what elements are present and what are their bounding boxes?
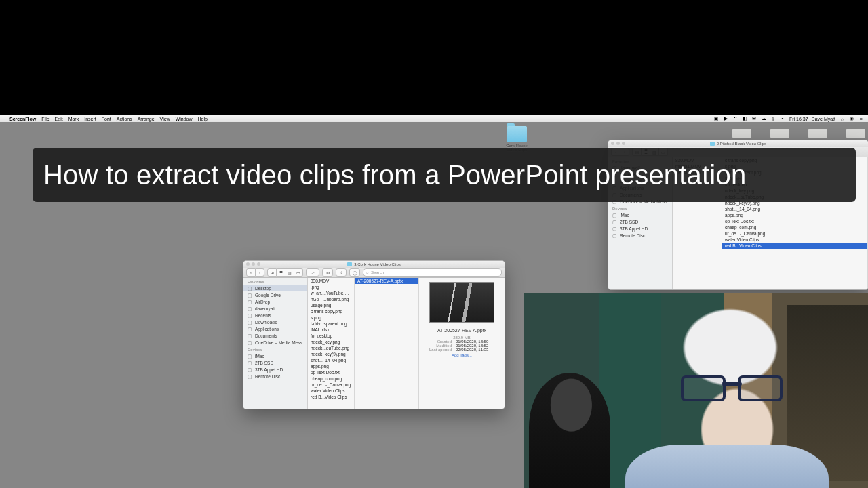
file-row[interactable]: ndeck_key(9).png xyxy=(308,351,354,357)
sidebar-item[interactable]: ▢iMac xyxy=(243,352,307,359)
nav-back-button[interactable]: ‹ xyxy=(246,268,256,277)
window-controls[interactable] xyxy=(246,262,260,266)
file-row[interactable]: ur_de...-_Canva.png xyxy=(308,382,354,388)
view-column-button[interactable]: ▥ xyxy=(285,268,294,277)
menu-extra-icon[interactable]: ⠿ xyxy=(732,116,738,122)
menubar-user[interactable]: Dave Myatt xyxy=(812,117,835,121)
file-row[interactable]: ndeck_key.png xyxy=(308,339,354,345)
menubar-clock[interactable]: Fri 16:37 xyxy=(789,117,808,121)
menu-window[interactable]: Window xyxy=(176,117,193,121)
file-row[interactable]: ndeck...ouTube.png xyxy=(308,345,354,351)
sidebar-item[interactable]: ▢Documents xyxy=(243,332,307,339)
file-row[interactable]: apps.png xyxy=(722,212,867,218)
sidebar-item[interactable]: ▢OneDrive – Media Mess... xyxy=(243,339,307,346)
file-row[interactable]: t-driv...sparent.png xyxy=(308,321,354,327)
share-button[interactable]: ⇪ xyxy=(336,268,347,277)
file-row[interactable]: op Text Doc.txt xyxy=(722,218,867,224)
sidebar-item[interactable]: ▢iMac xyxy=(608,211,672,218)
menu-font[interactable]: Font xyxy=(102,117,111,121)
menu-mark[interactable]: Mark xyxy=(68,117,79,121)
menu-extra-icon[interactable]: ◧ xyxy=(742,116,748,122)
sidebar-item[interactable]: ▢Google Drive xyxy=(243,291,307,298)
finder-window-main[interactable]: 3 Cork House Video Clips ‹› ⊞ ≣ ▥ ▭ ⤢ ⚙ … xyxy=(243,260,505,409)
preview-thumbnail xyxy=(429,282,494,323)
file-row[interactable]: red B...Video Clips xyxy=(722,243,867,249)
desktop-item[interactable] xyxy=(846,129,865,138)
sidebar-item[interactable]: ▢Desktop xyxy=(243,285,307,291)
sidebar-item[interactable]: ▢2TB SSD xyxy=(608,218,672,225)
menu-extra-icon[interactable]: ▶ xyxy=(723,116,729,122)
desktop-item[interactable] xyxy=(770,129,789,138)
view-gallery-button[interactable]: ▭ xyxy=(294,268,303,277)
sidebar-item[interactable]: ▢Applications xyxy=(243,325,307,332)
file-row[interactable]: water Video Clips xyxy=(308,388,354,394)
sidebar-item-label: 3TB Appel HD xyxy=(620,226,648,231)
menu-insert[interactable]: Insert xyxy=(84,117,96,121)
sidebar-item[interactable]: ▢Remote Disc xyxy=(608,232,672,239)
menu-extra-icon[interactable]: ☁ xyxy=(761,116,767,122)
sidebar-item[interactable]: ▢davemyatt xyxy=(243,305,307,312)
desktop-item[interactable] xyxy=(808,129,827,138)
nav-forward-button[interactable]: › xyxy=(256,268,264,277)
file-row[interactable]: usage.png xyxy=(308,302,354,308)
file-row[interactable]: hGo_-...hboard.png xyxy=(308,296,354,302)
file-row[interactable]: s.png xyxy=(308,314,354,321)
sidebar-item[interactable]: ▢3TB Appel HD xyxy=(243,366,307,373)
menu-help[interactable]: Help xyxy=(198,117,208,121)
menu-arrange[interactable]: Arrange xyxy=(138,117,155,121)
search-field[interactable]: ⌕Search xyxy=(363,268,502,277)
file-row[interactable]: .png xyxy=(308,284,354,290)
menu-extra-icon[interactable]: ▣ xyxy=(713,116,719,122)
wifi-icon[interactable]: ⚬ xyxy=(780,116,786,122)
file-row[interactable]: 830.MOV xyxy=(308,278,354,284)
file-row[interactable]: shot..._14_04.png xyxy=(308,357,354,363)
file-row[interactable]: cheap_com.png xyxy=(308,375,354,382)
menu-view[interactable]: View xyxy=(160,117,170,121)
sidebar-item[interactable]: ▢2TB SSD xyxy=(243,359,307,366)
file-row[interactable]: for desktop xyxy=(308,333,354,339)
file-row[interactable]: cheap_com.png xyxy=(722,224,867,230)
file-row[interactable]: c trans copy.png xyxy=(308,308,354,314)
view-icon-button[interactable]: ⊞ xyxy=(267,268,277,277)
notification-center-icon[interactable]: ≡ xyxy=(858,116,864,122)
group-button[interactable]: ⤢ xyxy=(306,268,319,277)
file-row[interactable]: INAL.xlsx xyxy=(308,327,354,333)
window-controls[interactable] xyxy=(611,142,625,145)
action-button[interactable]: ⚙ xyxy=(322,268,333,277)
file-row[interactable]: w_an....YouTube.png xyxy=(308,290,354,296)
file-row[interactable]: red B...Video Clips xyxy=(308,394,354,400)
menu-edit[interactable]: Edit xyxy=(55,117,63,121)
file-row[interactable]: AT-200527-REV-A.pptx xyxy=(355,278,418,284)
file-row[interactable]: water Video Clips xyxy=(722,237,867,243)
window-titlebar[interactable]: 2 Pitched Black Video Clips xyxy=(608,140,868,147)
sidebar-item-icon: ▢ xyxy=(248,313,252,318)
meta-key: Last opened xyxy=(423,348,452,352)
sidebar-item[interactable]: ▢AirDrop xyxy=(243,298,307,305)
add-tags-button[interactable]: Add Tags... xyxy=(452,353,472,357)
menu-file[interactable]: File xyxy=(41,117,49,121)
sidebar-item-icon: ▢ xyxy=(612,213,617,218)
view-list-button[interactable]: ≣ xyxy=(277,268,285,277)
desktop-item[interactable] xyxy=(732,129,751,138)
sidebar-item-label: AirDrop xyxy=(255,300,270,304)
file-row[interactable]: shot..._14_04.png xyxy=(722,206,867,212)
bluetooth-icon[interactable]: ᛒ xyxy=(770,116,776,122)
video-title-text: How to extract video clips from a PowerP… xyxy=(43,160,746,190)
file-row[interactable]: ur_de...-_Canva.png xyxy=(722,230,867,237)
sidebar-item[interactable]: ▢Downloads xyxy=(243,319,307,325)
file-row[interactable]: op Text Doc.txt xyxy=(308,369,354,375)
spotlight-icon[interactable]: ⌕ xyxy=(839,116,845,122)
sidebar-item[interactable]: ▢Remote Disc xyxy=(243,373,307,380)
folder-icon xyxy=(347,262,352,266)
menu-actions[interactable]: Actions xyxy=(117,117,132,121)
menu-extra-icon[interactable]: ✉ xyxy=(751,116,757,122)
siri-icon[interactable]: ◉ xyxy=(848,116,854,122)
sidebar-item[interactable]: ▢Recents xyxy=(243,312,307,319)
app-menu[interactable]: ScreenFlow xyxy=(9,117,36,121)
window-titlebar[interactable]: 3 Cork House Video Clips xyxy=(243,261,505,268)
tags-button[interactable]: ◯ xyxy=(349,268,360,277)
finder-column: 830.MOV.pngw_an....YouTube.pnghGo_-...hb… xyxy=(308,278,355,409)
sidebar-item[interactable]: ▢3TB Appel HD xyxy=(608,225,672,232)
file-row[interactable]: apps.png xyxy=(308,363,354,369)
sidebar-item-icon: ▢ xyxy=(612,233,617,238)
